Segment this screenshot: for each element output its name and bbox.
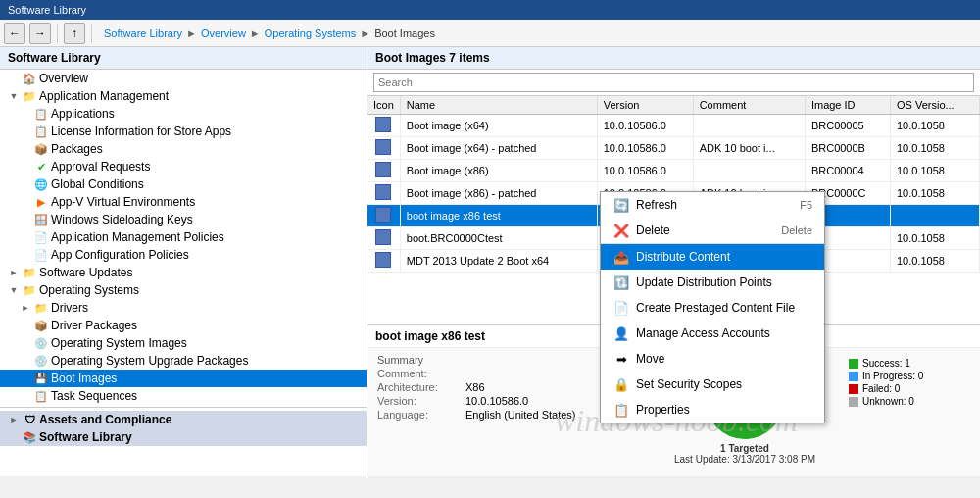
context-item-properties[interactable]: 📋Properties [601, 397, 824, 423]
context-item-move[interactable]: ➡Move [601, 346, 824, 372]
icon-cell [368, 182, 400, 205]
sidebar-item-applications[interactable]: 📋 Applications [0, 105, 367, 123]
summary-value: 10.0.10586.0 [466, 395, 528, 407]
back-button[interactable]: ← [4, 23, 25, 44]
windows-icon: 🪟 [33, 212, 49, 227]
toolbar-sep1 [57, 24, 58, 43]
legend-dot [849, 372, 858, 381]
context-item-delete[interactable]: ❌DeleteDelete [601, 218, 824, 243]
col-name: Name [400, 96, 597, 115]
context-icon-manage-access: 👤 [612, 324, 630, 342]
sidebar-item-license-info[interactable]: 📋 License Information for Store Apps [0, 123, 367, 140]
summary-row: Comment: [377, 368, 637, 379]
col-imageid: Image ID [805, 96, 890, 115]
table-row[interactable]: Boot image (x86) 10.0.10586.0 BRC00004 1… [368, 160, 980, 182]
context-label-update-dp: Update Distribution Points [636, 275, 772, 289]
breadcrumb-item-2[interactable]: Overview [201, 27, 246, 39]
table-row[interactable]: Boot image (x64) 10.0.10586.0 BRC00005 1… [368, 115, 980, 137]
breadcrumb-sep-2: ► [250, 27, 261, 39]
icon-cell [368, 250, 400, 273]
sidebar-item-appv[interactable]: ▶ App-V Virtual Environments [0, 193, 367, 211]
boot-icon [375, 207, 391, 223]
icon-cell [368, 227, 400, 250]
global-icon: 🌐 [33, 176, 49, 192]
software-library-icon: 📚 [22, 429, 37, 445]
sidebar-item-packages[interactable]: 📦 Packages [0, 140, 367, 158]
imageid-cell: BRC0000B [805, 137, 890, 160]
sidebar-item-operating-systems[interactable]: ▼ 📁 Operating Systems [0, 281, 367, 299]
breadcrumb: Software Library ► Overview ► Operating … [98, 27, 976, 39]
boot-icon [375, 117, 391, 132]
sidebar-item-task-sequences[interactable]: 📋 Task Sequences [0, 387, 367, 405]
no-expand2 [20, 108, 31, 120]
name-cell: Boot image (x86) - patched [400, 182, 597, 205]
context-icon-set-security: 🔒 [612, 375, 630, 393]
sidebar-item-drivers[interactable]: ► 📁 Drivers [0, 299, 367, 317]
up-button[interactable]: ↑ [64, 23, 85, 44]
context-shortcut-delete: Delete [781, 224, 812, 236]
sidebar-item-overview[interactable]: 🏠 Overview [0, 70, 367, 87]
col-version: Version [597, 96, 693, 115]
toolbar: ← → ↑ Software Library ► Overview ► Oper… [0, 20, 980, 47]
sidebar-item-assets-compliance[interactable]: ► 🛡 Assets and Compliance [0, 411, 367, 428]
approval-icon: ✔ [33, 159, 49, 174]
osversion-cell: 10.0.1058 [890, 182, 979, 205]
overview-icon: 🏠 [22, 71, 37, 86]
sidebar-item-boot-images[interactable]: 💾 Boot Images [0, 370, 367, 387]
sidebar-item-windows-sideloading[interactable]: 🪟 Windows Sideloading Keys [0, 211, 367, 228]
software-updates-folder-icon: 📁 [22, 265, 37, 280]
osversion-cell: 10.0.1058 [890, 160, 979, 182]
context-item-distribute-content[interactable]: 📤Distribute Content [601, 243, 824, 270]
context-shortcut-refresh: F5 [800, 199, 812, 211]
policy-icon: 📄 [33, 229, 49, 245]
context-item-create-prestaged[interactable]: 📄Create Prestaged Content File [601, 295, 824, 321]
breadcrumb-item-3[interactable]: Operating Systems [265, 27, 357, 39]
os-upgrade-icon: 💿 [33, 353, 49, 369]
no-expand [8, 73, 20, 84]
legend-label: Failed: 0 [862, 383, 900, 394]
legend-label: Unknown: 0 [862, 396, 914, 407]
osversion-cell: 10.0.1058 [890, 227, 979, 250]
col-comment: Comment [693, 96, 805, 115]
context-item-update-dp[interactable]: 🔃Update Distribution Points [601, 270, 824, 295]
boot-icon [375, 252, 391, 268]
sidebar-item-app-config-policies[interactable]: 📄 App Configuration Policies [0, 246, 367, 264]
context-item-refresh[interactable]: 🔄RefreshF5 [601, 192, 824, 218]
osversion-cell: 10.0.1058 [890, 250, 979, 273]
context-item-set-security[interactable]: 🔒Set Security Scopes [601, 372, 824, 397]
sidebar-item-global-conditions[interactable]: 🌐 Global Conditions [0, 175, 367, 193]
name-cell: Boot image (x64) - patched [400, 137, 597, 160]
legend-item: Unknown: 0 [849, 396, 974, 407]
task-sequences-icon: 📋 [33, 388, 49, 404]
sidebar-item-software-library[interactable]: 📚 Software Library [0, 428, 367, 446]
icon-cell [368, 115, 400, 137]
sidebar-item-app-management[interactable]: ▼ 📁 Application Management [0, 87, 367, 105]
summary-key: Version: [377, 395, 466, 407]
version-cell: 10.0.10586.0 [597, 115, 693, 137]
sidebar-item-os-upgrade-packages[interactable]: 💿 Operating System Upgrade Packages [0, 352, 367, 370]
breadcrumb-sep-1: ► [186, 27, 197, 39]
search-bar[interactable] [368, 70, 980, 96]
summary-label: Summary [377, 354, 637, 366]
sidebar-item-software-updates[interactable]: ► 📁 Software Updates [0, 264, 367, 281]
context-label-create-prestaged: Create Prestaged Content File [636, 301, 795, 315]
version-cell: 10.0.10586.0 [597, 160, 693, 182]
panel-header: Boot Images 7 items [368, 47, 980, 70]
boot-images-icon: 💾 [33, 371, 49, 386]
sidebar-item-os-images[interactable]: 💿 Operating System Images [0, 334, 367, 352]
summary-key: Architecture: [377, 381, 466, 393]
osversion-cell: 10.0.1058 [890, 115, 979, 137]
table-row[interactable]: Boot image (x64) - patched 10.0.10586.0 … [368, 137, 980, 160]
title-text: Software Library [8, 4, 86, 16]
version-cell: 10.0.10586.0 [597, 137, 693, 160]
context-item-manage-access[interactable]: 👤Manage Access Accounts [601, 321, 824, 346]
sidebar-item-driver-packages[interactable]: 📦 Driver Packages [0, 317, 367, 334]
search-input[interactable] [373, 73, 974, 92]
applications-icon: 📋 [33, 106, 49, 122]
sidebar-item-app-management-policies[interactable]: 📄 Application Management Policies [0, 228, 367, 246]
sidebar-item-approval-requests[interactable]: ✔ Approval Requests [0, 158, 367, 175]
comment-cell [693, 115, 805, 137]
summary-row: Architecture:X86 [377, 381, 637, 393]
forward-button[interactable]: → [29, 23, 51, 44]
breadcrumb-item-1[interactable]: Software Library [104, 27, 182, 39]
